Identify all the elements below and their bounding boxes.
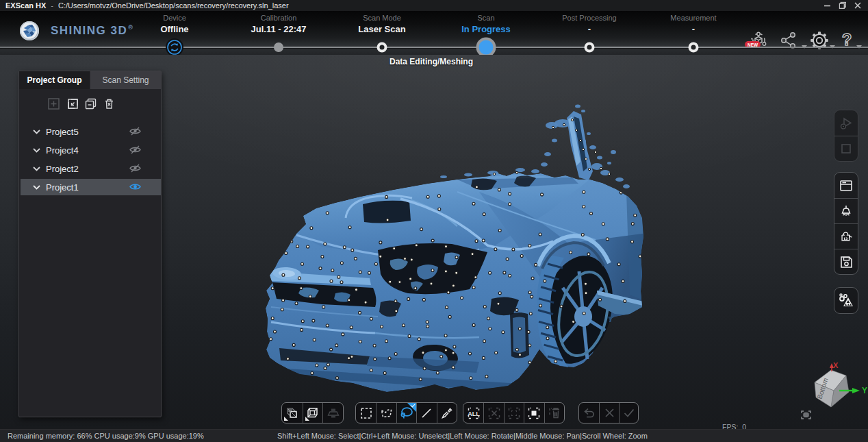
stop-scan-button[interactable] [834, 136, 858, 161]
save-data-button[interactable] [834, 249, 858, 274]
merge-project-button[interactable] [85, 98, 97, 110]
project-row-project1[interactable]: Project1 [21, 179, 161, 195]
invert-selection-button[interactable] [504, 403, 524, 423]
unselect-all-button[interactable] [483, 403, 503, 423]
orientation-cube[interactable]: Bottom X Y [806, 362, 868, 413]
node-scan-mode[interactable] [377, 42, 387, 53]
brand-name: SHINING 3D® [51, 24, 133, 38]
view-cube-button[interactable] [303, 403, 323, 423]
line-select-button[interactable] [416, 403, 436, 423]
svg-text:Y: Y [862, 386, 867, 395]
projection-view-button[interactable] [282, 403, 303, 423]
project-row-project5[interactable]: Project5 [21, 123, 161, 140]
selection-action-group: ALL [463, 402, 565, 423]
select-through-button[interactable] [524, 403, 544, 423]
file-path: C:/Users/motvz/OneDrive/Desktop/scans/re… [58, 1, 289, 10]
workflow-progress-track [0, 47, 868, 48]
mesh-button[interactable] [834, 288, 858, 313]
project-settings-button[interactable] [834, 173, 858, 198]
rect-select-button[interactable] [356, 403, 376, 423]
view-tool-group [281, 402, 344, 423]
delete-selected-button[interactable] [544, 403, 564, 423]
plugin-button[interactable] [834, 223, 858, 249]
title-bar: EXScan HX-C:/Users/motvz/OneDrive/Deskto… [0, 0, 868, 11]
select-all-button[interactable]: ALL [463, 403, 483, 423]
sync-icon [167, 40, 182, 55]
step-post-processing[interactable]: Post Processing - [538, 14, 641, 34]
exscan-hx-window: EXScan HX-C:/Users/motvz/OneDrive/Deskto… [0, 0, 868, 442]
import-project-button[interactable] [67, 98, 79, 110]
title-separator: - [46, 1, 58, 10]
project-row-project4[interactable]: Project4 [21, 142, 161, 158]
tab-project-group[interactable]: Project Group [19, 71, 90, 89]
visibility-off-icon[interactable] [129, 126, 142, 136]
shining3d-globe-icon [19, 21, 40, 41]
node-measurement[interactable] [689, 42, 699, 53]
cancel-button[interactable] [599, 403, 619, 423]
confirm-button[interactable] [619, 403, 638, 423]
mesh-group [834, 287, 858, 314]
substep-label: Data Editing/Meshing [387, 57, 476, 66]
new-project-button[interactable] [48, 98, 60, 110]
step-calibration[interactable]: Calibration Jul.11 - 22:47 [227, 14, 330, 34]
undo-button[interactable] [579, 403, 599, 423]
scan-control-group [834, 110, 858, 162]
step-scan[interactable]: Scan In Progress [435, 14, 537, 34]
edit-tool-group [834, 172, 858, 275]
close-button[interactable] [850, 0, 865, 11]
project-row-project2[interactable]: Project2 [21, 160, 161, 177]
visibility-on-icon[interactable] [129, 182, 142, 192]
node-post-processing[interactable] [585, 42, 595, 53]
polygon-select-button[interactable] [376, 403, 396, 423]
mouse-hints-text: Shift+Left Mouse: Select|Ctrl+Left Mouse… [277, 432, 648, 440]
visibility-off-icon[interactable] [129, 145, 142, 155]
project-panel: Project Group Scan Setting [18, 71, 162, 417]
start-scan-button[interactable] [834, 110, 858, 136]
restore-button[interactable] [835, 0, 850, 11]
step-scan-mode[interactable]: Scan Mode Laser Scan [331, 14, 433, 34]
tab-scan-setting[interactable]: Scan Setting [90, 71, 161, 89]
node-calibration[interactable] [274, 42, 283, 52]
delete-project-button[interactable] [103, 98, 115, 110]
clean-data-button[interactable] [834, 198, 858, 223]
svg-text:?: ? [842, 30, 852, 49]
minimize-button[interactable] [820, 0, 835, 11]
turntable-button[interactable] [322, 403, 343, 423]
app-title: EXScan HX [5, 1, 46, 10]
step-measurement[interactable]: Measurement - [642, 14, 745, 34]
nav-cube-body: Bottom [815, 370, 849, 407]
project-toolbar [19, 95, 161, 114]
brand-logo: SHINING 3D® [19, 21, 133, 41]
visibility-off-icon[interactable] [129, 163, 142, 173]
project-panel-tabs: Project Group Scan Setting [19, 71, 161, 89]
resource-usage-text: Remaining memory: 66% CPU usage:9% GPU u… [8, 432, 204, 440]
lasso-select-button[interactable] [396, 403, 416, 423]
svg-text:ALL: ALL [468, 410, 480, 417]
node-device[interactable] [166, 38, 183, 56]
svg-text:X: X [833, 362, 839, 369]
brush-select-button[interactable] [437, 403, 457, 423]
edit-confirm-group [578, 402, 639, 423]
selection-tool-group [355, 402, 457, 423]
status-bar: Remaining memory: 66% CPU usage:9% GPU u… [0, 429, 868, 442]
step-device[interactable]: Device Offline [123, 14, 226, 34]
